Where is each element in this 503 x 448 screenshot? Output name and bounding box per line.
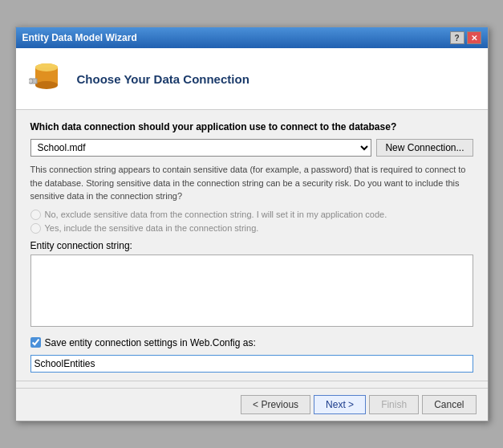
save-checkbox[interactable] (30, 337, 41, 348)
save-checkbox-row: Save entity connection settings in Web.C… (30, 337, 473, 348)
connection-dropdown[interactable]: School.mdf (30, 139, 372, 157)
window-title: Entity Data Model Wizard (22, 32, 137, 43)
next-button[interactable]: Next > (314, 395, 366, 414)
radio-yes-label: Yes, include the sensitive data in the c… (45, 223, 259, 233)
connection-row: School.mdf New Connection... (30, 139, 473, 157)
svg-point-3 (35, 63, 58, 71)
info-text: This connection string appears to contai… (30, 163, 473, 203)
wizard-window: Entity Data Model Wizard ? ✕ Choose Your… (15, 26, 489, 422)
wizard-title: Choose Your Data Connection (77, 72, 249, 86)
footer-divider (16, 381, 488, 381)
previous-button[interactable]: < Previous (241, 395, 310, 414)
cancel-button[interactable]: Cancel (422, 395, 476, 414)
radio-no-input[interactable] (30, 210, 41, 220)
footer: < Previous Next > Finish Cancel (16, 388, 488, 421)
question-label: Which data connection should your applic… (30, 121, 473, 132)
wizard-header: Choose Your Data Connection (16, 48, 488, 110)
new-connection-button[interactable]: New Connection... (376, 139, 473, 157)
wizard-body: Which data connection should your applic… (16, 110, 488, 381)
connection-string-textarea[interactable] (30, 255, 473, 327)
radio-no-label: No, exclude sensitive data from the conn… (45, 210, 387, 219)
save-checkbox-label: Save entity connection settings in Web.C… (45, 337, 256, 348)
database-icon (29, 59, 67, 98)
finish-button[interactable]: Finish (369, 395, 419, 414)
web-config-input[interactable] (30, 355, 473, 373)
help-button[interactable]: ? (450, 31, 464, 44)
radio-yes-input[interactable] (30, 223, 41, 234)
svg-point-2 (35, 81, 58, 89)
radio-no-option: No, exclude sensitive data from the conn… (30, 210, 473, 220)
title-bar-buttons: ? ✕ (450, 31, 481, 44)
svg-point-5 (29, 79, 33, 83)
title-bar: Entity Data Model Wizard ? ✕ (16, 27, 488, 48)
entity-connection-label: Entity connection string: (30, 240, 473, 251)
connection-dropdown-wrapper: School.mdf (30, 139, 372, 157)
radio-yes-option: Yes, include the sensitive data in the c… (30, 223, 473, 234)
close-button[interactable]: ✕ (467, 31, 481, 44)
